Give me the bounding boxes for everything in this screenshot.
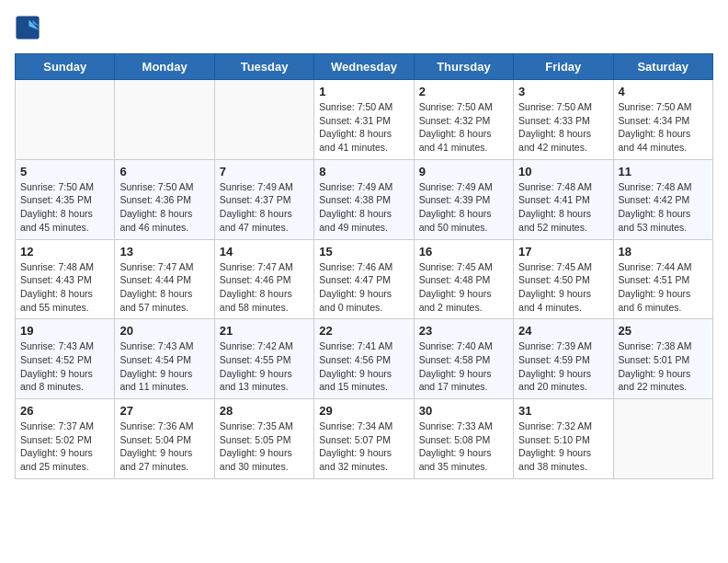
calendar-cell bbox=[115, 80, 214, 160]
cell-content: Sunrise: 7:34 AMSunset: 5:07 PMDaylight:… bbox=[319, 419, 408, 474]
weekday-header-cell: Sunday bbox=[16, 54, 115, 80]
day-number: 25 bbox=[619, 324, 708, 338]
calendar-cell: 26Sunrise: 7:37 AMSunset: 5:02 PMDayligh… bbox=[16, 399, 115, 479]
calendar-cell: 11Sunrise: 7:48 AMSunset: 4:42 PMDayligh… bbox=[613, 159, 712, 239]
calendar-cell: 19Sunrise: 7:43 AMSunset: 4:52 PMDayligh… bbox=[16, 319, 115, 399]
calendar-cell bbox=[16, 80, 115, 160]
calendar-cell: 14Sunrise: 7:47 AMSunset: 4:46 PMDayligh… bbox=[214, 239, 313, 319]
calendar-cell: 17Sunrise: 7:45 AMSunset: 4:50 PMDayligh… bbox=[514, 239, 613, 319]
day-number: 5 bbox=[20, 165, 109, 178]
day-number: 11 bbox=[619, 165, 708, 178]
day-number: 20 bbox=[119, 324, 209, 338]
calendar-cell: 9Sunrise: 7:49 AMSunset: 4:39 PMDaylight… bbox=[414, 159, 513, 239]
day-number: 18 bbox=[619, 245, 708, 259]
calendar-cell: 22Sunrise: 7:41 AMSunset: 4:56 PMDayligh… bbox=[314, 319, 414, 399]
calendar-cell: 23Sunrise: 7:40 AMSunset: 4:58 PMDayligh… bbox=[414, 319, 513, 399]
day-number: 27 bbox=[119, 404, 209, 418]
calendar-cell bbox=[214, 80, 313, 160]
cell-content: Sunrise: 7:40 AMSunset: 4:58 PMDaylight:… bbox=[419, 339, 508, 394]
day-number: 21 bbox=[220, 324, 309, 338]
day-number: 15 bbox=[319, 245, 408, 259]
cell-content: Sunrise: 7:50 AMSunset: 4:33 PMDaylight:… bbox=[518, 100, 608, 155]
calendar-cell: 20Sunrise: 7:43 AMSunset: 4:54 PMDayligh… bbox=[115, 319, 214, 399]
logo bbox=[15, 15, 42, 40]
cell-content: Sunrise: 7:41 AMSunset: 4:56 PMDaylight:… bbox=[319, 339, 408, 394]
cell-content: Sunrise: 7:49 AMSunset: 4:38 PMDaylight:… bbox=[319, 180, 408, 235]
calendar-cell: 13Sunrise: 7:47 AMSunset: 4:44 PMDayligh… bbox=[115, 239, 214, 319]
calendar-cell: 7Sunrise: 7:49 AMSunset: 4:37 PMDaylight… bbox=[214, 159, 313, 239]
calendar-row: 5Sunrise: 7:50 AMSunset: 4:35 PMDaylight… bbox=[16, 159, 713, 239]
weekday-header-cell: Tuesday bbox=[214, 54, 313, 80]
cell-content: Sunrise: 7:49 AMSunset: 4:37 PMDaylight:… bbox=[220, 180, 309, 235]
calendar-cell: 1Sunrise: 7:50 AMSunset: 4:31 PMDaylight… bbox=[314, 80, 414, 160]
calendar-row: 1Sunrise: 7:50 AMSunset: 4:31 PMDaylight… bbox=[16, 80, 713, 160]
day-number: 28 bbox=[220, 404, 309, 418]
day-number: 10 bbox=[518, 165, 608, 178]
weekday-header-cell: Friday bbox=[514, 54, 613, 80]
logo-icon bbox=[15, 15, 40, 40]
calendar-cell: 12Sunrise: 7:48 AMSunset: 4:43 PMDayligh… bbox=[16, 239, 115, 319]
cell-content: Sunrise: 7:43 AMSunset: 4:54 PMDaylight:… bbox=[119, 339, 209, 394]
day-number: 19 bbox=[20, 324, 109, 338]
day-number: 17 bbox=[518, 245, 608, 259]
cell-content: Sunrise: 7:36 AMSunset: 5:04 PMDaylight:… bbox=[119, 419, 209, 474]
day-number: 30 bbox=[419, 404, 508, 418]
day-number: 4 bbox=[619, 85, 708, 98]
day-number: 3 bbox=[518, 85, 608, 98]
calendar-cell: 4Sunrise: 7:50 AMSunset: 4:34 PMDaylight… bbox=[613, 80, 712, 160]
day-number: 22 bbox=[319, 324, 408, 338]
calendar-cell: 10Sunrise: 7:48 AMSunset: 4:41 PMDayligh… bbox=[514, 159, 613, 239]
day-number: 12 bbox=[20, 245, 109, 259]
cell-content: Sunrise: 7:47 AMSunset: 4:46 PMDaylight:… bbox=[220, 260, 309, 315]
cell-content: Sunrise: 7:45 AMSunset: 4:50 PMDaylight:… bbox=[518, 260, 608, 315]
calendar: SundayMondayTuesdayWednesdayThursdayFrid… bbox=[15, 53, 713, 479]
weekday-header-cell: Monday bbox=[115, 54, 214, 80]
calendar-cell: 21Sunrise: 7:42 AMSunset: 4:55 PMDayligh… bbox=[214, 319, 313, 399]
cell-content: Sunrise: 7:32 AMSunset: 5:10 PMDaylight:… bbox=[518, 419, 608, 474]
weekday-header-cell: Thursday bbox=[414, 54, 513, 80]
day-number: 6 bbox=[119, 165, 209, 178]
calendar-cell: 31Sunrise: 7:32 AMSunset: 5:10 PMDayligh… bbox=[514, 399, 613, 479]
cell-content: Sunrise: 7:39 AMSunset: 4:59 PMDaylight:… bbox=[518, 339, 608, 394]
cell-content: Sunrise: 7:45 AMSunset: 4:48 PMDaylight:… bbox=[419, 260, 508, 315]
cell-content: Sunrise: 7:48 AMSunset: 4:41 PMDaylight:… bbox=[518, 180, 608, 235]
calendar-cell: 18Sunrise: 7:44 AMSunset: 4:51 PMDayligh… bbox=[613, 239, 712, 319]
cell-content: Sunrise: 7:49 AMSunset: 4:39 PMDaylight:… bbox=[419, 180, 508, 235]
cell-content: Sunrise: 7:46 AMSunset: 4:47 PMDaylight:… bbox=[319, 260, 408, 315]
calendar-cell: 15Sunrise: 7:46 AMSunset: 4:47 PMDayligh… bbox=[314, 239, 414, 319]
weekday-header: SundayMondayTuesdayWednesdayThursdayFrid… bbox=[16, 54, 713, 80]
day-number: 14 bbox=[220, 245, 309, 259]
day-number: 13 bbox=[119, 245, 209, 259]
cell-content: Sunrise: 7:50 AMSunset: 4:36 PMDaylight:… bbox=[119, 180, 209, 235]
cell-content: Sunrise: 7:50 AMSunset: 4:34 PMDaylight:… bbox=[619, 100, 708, 155]
day-number: 9 bbox=[419, 165, 508, 178]
calendar-cell: 28Sunrise: 7:35 AMSunset: 5:05 PMDayligh… bbox=[214, 399, 313, 479]
calendar-cell: 27Sunrise: 7:36 AMSunset: 5:04 PMDayligh… bbox=[115, 399, 214, 479]
calendar-cell: 2Sunrise: 7:50 AMSunset: 4:32 PMDaylight… bbox=[414, 80, 513, 160]
calendar-row: 26Sunrise: 7:37 AMSunset: 5:02 PMDayligh… bbox=[16, 399, 713, 479]
calendar-cell: 6Sunrise: 7:50 AMSunset: 4:36 PMDaylight… bbox=[115, 159, 214, 239]
day-number: 26 bbox=[20, 404, 109, 418]
calendar-cell: 29Sunrise: 7:34 AMSunset: 5:07 PMDayligh… bbox=[314, 399, 414, 479]
day-number: 29 bbox=[319, 404, 408, 418]
weekday-header-cell: Saturday bbox=[613, 54, 712, 80]
calendar-cell: 8Sunrise: 7:49 AMSunset: 4:38 PMDaylight… bbox=[314, 159, 414, 239]
cell-content: Sunrise: 7:37 AMSunset: 5:02 PMDaylight:… bbox=[20, 419, 109, 474]
calendar-cell: 5Sunrise: 7:50 AMSunset: 4:35 PMDaylight… bbox=[16, 159, 115, 239]
day-number: 2 bbox=[419, 85, 508, 98]
calendar-cell: 3Sunrise: 7:50 AMSunset: 4:33 PMDaylight… bbox=[514, 80, 613, 160]
calendar-row: 12Sunrise: 7:48 AMSunset: 4:43 PMDayligh… bbox=[16, 239, 713, 319]
calendar-cell: 16Sunrise: 7:45 AMSunset: 4:48 PMDayligh… bbox=[414, 239, 513, 319]
calendar-body: 1Sunrise: 7:50 AMSunset: 4:31 PMDaylight… bbox=[16, 80, 713, 479]
calendar-row: 19Sunrise: 7:43 AMSunset: 4:52 PMDayligh… bbox=[16, 319, 713, 399]
cell-content: Sunrise: 7:48 AMSunset: 4:43 PMDaylight:… bbox=[20, 260, 109, 315]
cell-content: Sunrise: 7:35 AMSunset: 5:05 PMDaylight:… bbox=[220, 419, 309, 474]
cell-content: Sunrise: 7:48 AMSunset: 4:42 PMDaylight:… bbox=[619, 180, 708, 235]
cell-content: Sunrise: 7:50 AMSunset: 4:35 PMDaylight:… bbox=[20, 180, 109, 235]
cell-content: Sunrise: 7:33 AMSunset: 5:08 PMDaylight:… bbox=[419, 419, 508, 474]
cell-content: Sunrise: 7:38 AMSunset: 5:01 PMDaylight:… bbox=[619, 339, 708, 394]
calendar-cell: 30Sunrise: 7:33 AMSunset: 5:08 PMDayligh… bbox=[414, 399, 513, 479]
day-number: 31 bbox=[518, 404, 608, 418]
day-number: 8 bbox=[319, 165, 408, 178]
day-number: 1 bbox=[319, 85, 408, 98]
